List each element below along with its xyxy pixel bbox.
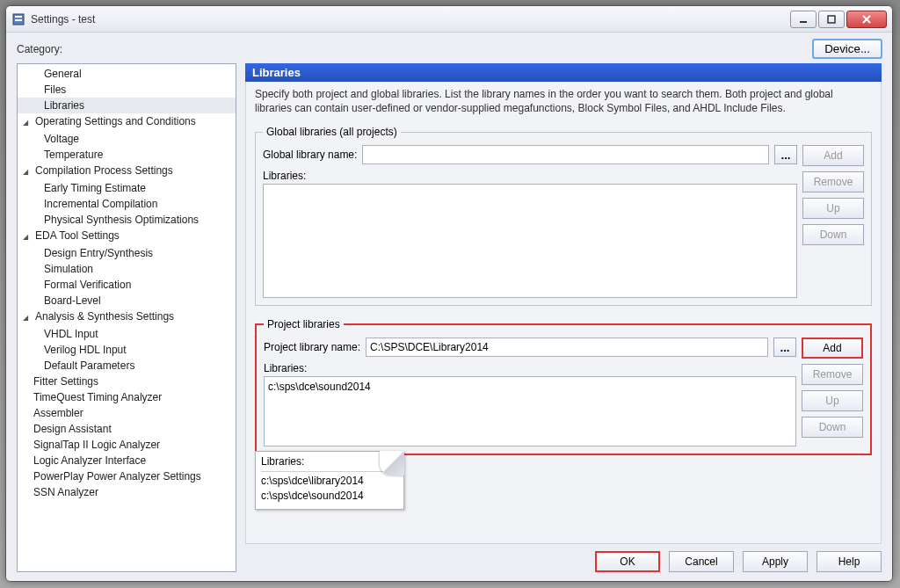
tree-item[interactable]: Board-Level xyxy=(18,293,236,309)
global-up-button[interactable]: Up xyxy=(802,198,864,219)
maximize-button[interactable] xyxy=(818,11,845,28)
tree-item[interactable]: Default Parameters xyxy=(18,358,236,374)
tree-item[interactable]: Design Assistant xyxy=(18,421,236,437)
panel-title: Libraries xyxy=(245,63,882,82)
project-legend: Project libraries xyxy=(264,318,344,330)
svg-rect-1 xyxy=(15,16,22,18)
app-icon xyxy=(11,12,25,26)
tree-item[interactable]: Assembler xyxy=(18,405,236,421)
apply-button[interactable]: Apply xyxy=(743,551,808,572)
tree-item[interactable]: Compilation Process Settings xyxy=(18,163,236,180)
panel-description: Specify both project and global librarie… xyxy=(245,82,882,120)
window-title: Settings - test xyxy=(31,13,788,25)
tree-item[interactable]: SignalTap II Logic Analyzer xyxy=(18,437,236,453)
help-button[interactable]: Help xyxy=(817,551,882,572)
tree-item[interactable]: Formal Verification xyxy=(18,277,236,293)
list-item: c:\sps\dce\library2014 xyxy=(261,474,398,489)
global-libraries-group: Global libraries (all projects) Global l… xyxy=(255,126,872,306)
global-down-button[interactable]: Down xyxy=(802,224,864,245)
project-remove-button[interactable]: Remove xyxy=(802,364,863,385)
tree-item[interactable]: TimeQuest Timing Analyzer xyxy=(18,389,236,405)
close-button[interactable] xyxy=(846,11,887,28)
project-add-button[interactable]: Add xyxy=(802,338,863,359)
tree-item[interactable]: Libraries xyxy=(18,98,236,113)
global-browse-button[interactable]: ... xyxy=(774,145,797,164)
ok-button[interactable]: OK xyxy=(595,551,660,572)
project-up-button[interactable]: Up xyxy=(802,390,863,411)
project-browse-button[interactable]: ... xyxy=(773,338,796,357)
tree-item[interactable]: Verilog HDL Input xyxy=(18,342,236,358)
list-item: c:\sps\dce\sound2014 xyxy=(261,489,398,504)
global-library-name-input[interactable] xyxy=(362,145,769,164)
project-libraries-group: Project libraries Project library name: … xyxy=(255,318,872,455)
tree-item[interactable]: General xyxy=(18,66,236,82)
tree-item[interactable]: Simulation xyxy=(18,261,236,277)
tree-item[interactable]: Temperature xyxy=(18,147,236,163)
global-legend: Global libraries (all projects) xyxy=(263,126,401,138)
list-item[interactable]: c:\sps\dce\sound2014 xyxy=(268,381,792,393)
device-button[interactable]: Device... xyxy=(813,40,882,58)
titlebar: Settings - test xyxy=(6,6,892,33)
tree-item[interactable]: PowerPlay Power Analyzer Settings xyxy=(18,468,236,484)
settings-window: Settings - test Category: Device... Gene… xyxy=(5,5,893,582)
tree-item[interactable]: EDA Tool Settings xyxy=(18,228,236,245)
tree-item[interactable]: Incremental Compilation xyxy=(18,196,236,212)
tree-item[interactable]: Fitter Settings xyxy=(18,374,236,389)
global-libraries-listbox[interactable] xyxy=(263,184,797,298)
tree-item[interactable]: Logic Analyzer Interface xyxy=(18,453,236,468)
cancel-button[interactable]: Cancel xyxy=(669,551,734,572)
tree-item[interactable]: VHDL Input xyxy=(18,326,236,342)
global-list-label: Libraries: xyxy=(263,170,797,182)
libraries-preview-popup: Libraries: c:\sps\dce\library2014c:\sps\… xyxy=(255,451,404,510)
tree-item[interactable]: Physical Synthesis Optimizations xyxy=(18,212,236,228)
tree-item[interactable]: Design Entry/Synthesis xyxy=(18,245,236,261)
tree-item[interactable]: Files xyxy=(18,82,236,98)
svg-rect-2 xyxy=(15,19,22,21)
tree-item[interactable]: Voltage xyxy=(18,131,236,147)
svg-rect-4 xyxy=(828,16,835,23)
tree-item[interactable]: SSN Analyzer xyxy=(18,484,236,500)
project-list-label: Libraries: xyxy=(264,362,796,374)
category-label: Category: xyxy=(17,43,62,55)
global-add-button[interactable]: Add xyxy=(802,145,864,166)
project-name-label: Project library name: xyxy=(264,341,360,353)
project-library-name-input[interactable] xyxy=(366,338,768,357)
tree-item[interactable]: Analysis & Synthesis Settings xyxy=(18,309,236,326)
tree-item[interactable]: Operating Settings and Conditions xyxy=(18,113,236,131)
minimize-button[interactable] xyxy=(790,11,817,28)
project-libraries-listbox[interactable]: c:\sps\dce\sound2014 xyxy=(264,376,796,446)
project-down-button[interactable]: Down xyxy=(802,417,863,438)
category-tree[interactable]: GeneralFilesLibrariesOperating Settings … xyxy=(17,63,236,572)
peel-title: Libraries: xyxy=(261,454,398,472)
tree-item[interactable]: Early Timing Estimate xyxy=(18,180,236,196)
global-remove-button[interactable]: Remove xyxy=(802,171,864,192)
global-name-label: Global library name: xyxy=(263,149,357,161)
